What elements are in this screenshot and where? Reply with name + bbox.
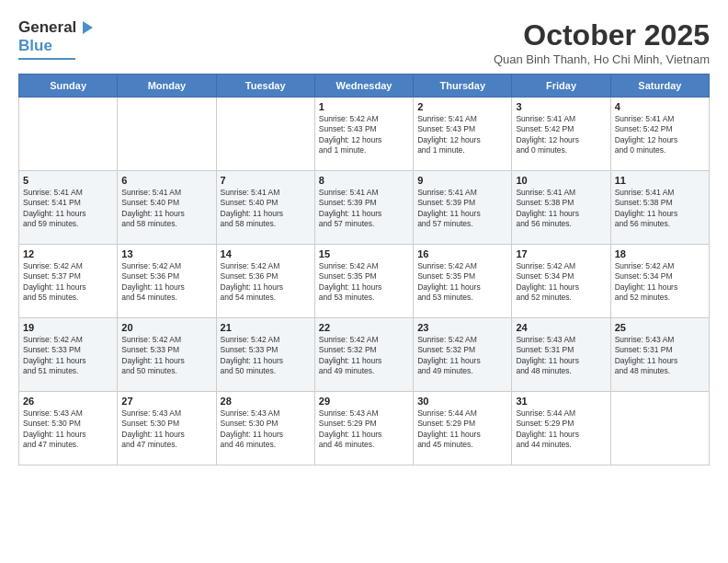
- day-number: 19: [23, 322, 113, 333]
- day-info: Sunrise: 5:43 AM Sunset: 5:30 PM Dayligh…: [121, 408, 211, 451]
- day-info: Sunrise: 5:41 AM Sunset: 5:40 PM Dayligh…: [221, 188, 311, 230]
- calendar-table: SundayMondayTuesdayWednesdayThursdayFrid…: [18, 74, 710, 465]
- logo-divider: [18, 58, 75, 60]
- day-number: 29: [319, 396, 409, 407]
- day-info: Sunrise: 5:43 AM Sunset: 5:30 PM Dayligh…: [23, 408, 113, 451]
- calendar-cell: 21Sunrise: 5:42 AM Sunset: 5:33 PM Dayli…: [216, 318, 314, 392]
- day-number: 22: [319, 322, 409, 333]
- day-number: 21: [221, 322, 311, 333]
- day-number: 7: [221, 175, 311, 186]
- calendar-cell: 4Sunrise: 5:41 AM Sunset: 5:42 PM Daylig…: [610, 98, 709, 171]
- day-number: 3: [516, 101, 606, 112]
- day-number: 28: [221, 396, 311, 407]
- calendar-cell: 18Sunrise: 5:42 AM Sunset: 5:34 PM Dayli…: [610, 245, 709, 318]
- calendar-cell: 7Sunrise: 5:41 AM Sunset: 5:40 PM Daylig…: [216, 171, 314, 245]
- day-number: 26: [23, 396, 113, 407]
- day-number: 10: [516, 175, 606, 186]
- calendar-cell: [216, 98, 314, 171]
- calendar-cell: 15Sunrise: 5:42 AM Sunset: 5:35 PM Dayli…: [314, 245, 413, 318]
- calendar-cell: 29Sunrise: 5:43 AM Sunset: 5:29 PM Dayli…: [314, 392, 413, 465]
- calendar-cell: 26Sunrise: 5:43 AM Sunset: 5:30 PM Dayli…: [19, 392, 118, 465]
- day-number: 13: [121, 248, 211, 259]
- svg-marker-0: [83, 21, 93, 34]
- weekday-header-wednesday: Wednesday: [314, 75, 413, 98]
- day-number: 20: [121, 322, 211, 333]
- calendar-cell: 6Sunrise: 5:41 AM Sunset: 5:40 PM Daylig…: [118, 171, 216, 245]
- calendar-cell: 27Sunrise: 5:43 AM Sunset: 5:30 PM Dayli…: [118, 392, 216, 465]
- day-info: Sunrise: 5:44 AM Sunset: 5:29 PM Dayligh…: [516, 408, 606, 451]
- day-info: Sunrise: 5:43 AM Sunset: 5:30 PM Dayligh…: [221, 408, 311, 451]
- calendar-cell: 11Sunrise: 5:41 AM Sunset: 5:38 PM Dayli…: [610, 171, 709, 245]
- day-number: 27: [121, 396, 211, 407]
- calendar-cell: 14Sunrise: 5:42 AM Sunset: 5:36 PM Dayli…: [216, 245, 314, 318]
- day-info: Sunrise: 5:42 AM Sunset: 5:35 PM Dayligh…: [417, 261, 507, 304]
- calendar-body: 1Sunrise: 5:42 AM Sunset: 5:43 PM Daylig…: [19, 98, 710, 465]
- calendar-cell: 16Sunrise: 5:42 AM Sunset: 5:35 PM Dayli…: [414, 245, 512, 318]
- calendar-cell: 13Sunrise: 5:42 AM Sunset: 5:36 PM Dayli…: [118, 245, 216, 318]
- day-info: Sunrise: 5:41 AM Sunset: 5:38 PM Dayligh…: [516, 188, 606, 230]
- title-area: October 2025Quan Binh Thanh, Ho Chi Minh…: [494, 18, 710, 66]
- calendar-cell: [118, 98, 216, 171]
- day-number: 8: [319, 175, 409, 186]
- day-info: Sunrise: 5:42 AM Sunset: 5:36 PM Dayligh…: [121, 261, 211, 304]
- day-info: Sunrise: 5:42 AM Sunset: 5:32 PM Dayligh…: [319, 335, 409, 377]
- logo-blue: Blue: [18, 37, 52, 55]
- day-info: Sunrise: 5:43 AM Sunset: 5:31 PM Dayligh…: [615, 335, 705, 377]
- day-number: 16: [417, 248, 507, 259]
- weekday-header-monday: Monday: [118, 75, 216, 98]
- day-info: Sunrise: 5:43 AM Sunset: 5:29 PM Dayligh…: [319, 408, 409, 451]
- day-number: 30: [417, 396, 507, 407]
- day-info: Sunrise: 5:42 AM Sunset: 5:35 PM Dayligh…: [319, 261, 409, 304]
- day-number: 23: [417, 322, 507, 333]
- calendar-cell: 1Sunrise: 5:42 AM Sunset: 5:43 PM Daylig…: [314, 98, 413, 171]
- day-info: Sunrise: 5:42 AM Sunset: 5:33 PM Dayligh…: [221, 335, 311, 377]
- calendar-cell: 8Sunrise: 5:41 AM Sunset: 5:39 PM Daylig…: [314, 171, 413, 245]
- calendar-cell: 3Sunrise: 5:41 AM Sunset: 5:42 PM Daylig…: [512, 98, 610, 171]
- calendar-cell: 31Sunrise: 5:44 AM Sunset: 5:29 PM Dayli…: [512, 392, 610, 465]
- day-info: Sunrise: 5:41 AM Sunset: 5:38 PM Dayligh…: [615, 188, 705, 230]
- calendar-cell: 30Sunrise: 5:44 AM Sunset: 5:29 PM Dayli…: [414, 392, 512, 465]
- calendar-cell: 17Sunrise: 5:42 AM Sunset: 5:34 PM Dayli…: [512, 245, 610, 318]
- calendar-cell: 9Sunrise: 5:41 AM Sunset: 5:39 PM Daylig…: [414, 171, 512, 245]
- calendar-cell: 12Sunrise: 5:42 AM Sunset: 5:37 PM Dayli…: [19, 245, 118, 318]
- weekday-row: SundayMondayTuesdayWednesdayThursdayFrid…: [19, 75, 710, 98]
- day-info: Sunrise: 5:41 AM Sunset: 5:41 PM Dayligh…: [23, 188, 113, 230]
- day-number: 14: [221, 248, 311, 259]
- day-info: Sunrise: 5:41 AM Sunset: 5:42 PM Dayligh…: [516, 114, 606, 156]
- calendar-cell: 5Sunrise: 5:41 AM Sunset: 5:41 PM Daylig…: [19, 171, 118, 245]
- calendar-week-row: 12Sunrise: 5:42 AM Sunset: 5:37 PM Dayli…: [19, 245, 710, 318]
- day-info: Sunrise: 5:41 AM Sunset: 5:39 PM Dayligh…: [417, 188, 507, 230]
- day-number: 18: [615, 248, 705, 259]
- calendar-cell: 19Sunrise: 5:42 AM Sunset: 5:33 PM Dayli…: [19, 318, 118, 392]
- calendar-cell: 24Sunrise: 5:43 AM Sunset: 5:31 PM Dayli…: [512, 318, 610, 392]
- day-info: Sunrise: 5:42 AM Sunset: 5:36 PM Dayligh…: [221, 261, 311, 304]
- day-info: Sunrise: 5:42 AM Sunset: 5:33 PM Dayligh…: [23, 335, 113, 377]
- month-title: October 2025: [494, 18, 710, 52]
- day-info: Sunrise: 5:42 AM Sunset: 5:37 PM Dayligh…: [23, 261, 113, 304]
- weekday-header-tuesday: Tuesday: [216, 75, 314, 98]
- day-info: Sunrise: 5:42 AM Sunset: 5:33 PM Dayligh…: [121, 335, 211, 377]
- location: Quan Binh Thanh, Ho Chi Minh, Vietnam: [494, 52, 710, 66]
- day-info: Sunrise: 5:42 AM Sunset: 5:43 PM Dayligh…: [319, 114, 409, 156]
- day-number: 15: [319, 248, 409, 259]
- calendar-cell: [19, 98, 118, 171]
- calendar-cell: 2Sunrise: 5:41 AM Sunset: 5:43 PM Daylig…: [414, 98, 512, 171]
- weekday-header-friday: Friday: [512, 75, 610, 98]
- day-info: Sunrise: 5:41 AM Sunset: 5:43 PM Dayligh…: [417, 114, 507, 156]
- day-info: Sunrise: 5:43 AM Sunset: 5:31 PM Dayligh…: [516, 335, 606, 377]
- calendar-cell: 23Sunrise: 5:42 AM Sunset: 5:32 PM Dayli…: [414, 318, 512, 392]
- day-info: Sunrise: 5:41 AM Sunset: 5:42 PM Dayligh…: [615, 114, 705, 156]
- day-number: 17: [516, 248, 606, 259]
- weekday-header-saturday: Saturday: [610, 75, 709, 98]
- day-info: Sunrise: 5:41 AM Sunset: 5:39 PM Dayligh…: [319, 188, 409, 230]
- calendar-cell: 25Sunrise: 5:43 AM Sunset: 5:31 PM Dayli…: [610, 318, 709, 392]
- day-info: Sunrise: 5:44 AM Sunset: 5:29 PM Dayligh…: [417, 408, 507, 451]
- day-number: 31: [516, 396, 606, 407]
- calendar-week-row: 1Sunrise: 5:42 AM Sunset: 5:43 PM Daylig…: [19, 98, 710, 171]
- weekday-header-thursday: Thursday: [414, 75, 512, 98]
- day-number: 9: [417, 175, 507, 186]
- calendar-cell: 28Sunrise: 5:43 AM Sunset: 5:30 PM Dayli…: [216, 392, 314, 465]
- day-number: 1: [319, 101, 409, 112]
- day-number: 4: [615, 101, 705, 112]
- calendar-cell: [610, 392, 709, 465]
